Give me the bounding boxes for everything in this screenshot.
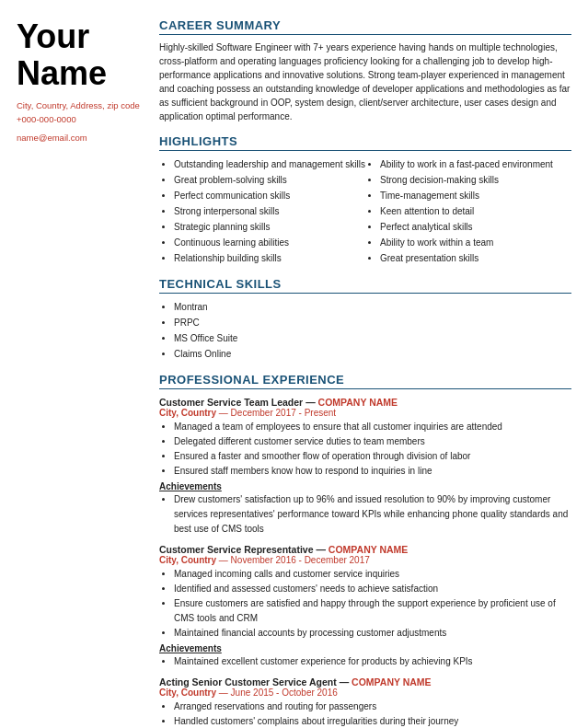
duty-item: Ensured staff members know how to respon… xyxy=(174,464,571,479)
achievements-list-container: Maintained excellent customer experience… xyxy=(159,654,571,669)
highlights-left-col: Outstanding leadership and management sk… xyxy=(159,156,365,266)
highlight-item: Relationship building skills xyxy=(174,250,365,266)
job-duties: Managed incoming calls and customer serv… xyxy=(159,567,571,641)
achievement-item: Maintained excellent customer experience… xyxy=(174,654,571,669)
achievements-label: Achievements xyxy=(159,481,571,491)
duty-item: Arranged reservations and routing for pa… xyxy=(174,699,571,714)
tech-skill-item: Claims Online xyxy=(174,346,571,362)
technical-skills-title: TECHNICAL SKILLS xyxy=(159,277,571,294)
email: name@email.com xyxy=(17,131,141,144)
highlight-item: Outstanding leadership and management sk… xyxy=(174,156,365,172)
highlights-title: HIGHLIGHTS xyxy=(159,134,571,151)
career-summary-text: Highly-skilled Software Engineer with 7+… xyxy=(159,40,571,123)
highlight-item: Keen attention to detail xyxy=(380,203,571,219)
highlight-item: Perfect communication skills xyxy=(174,188,365,203)
job-entry: Customer Service Team Leader — COMPANY N… xyxy=(159,397,571,537)
job-title: Acting Senior Customer Service Agent — C… xyxy=(159,676,571,688)
technical-skills-list: MontranPRPCMS Office SuiteClaims Online xyxy=(159,299,571,362)
highlight-item: Strong decision-making skills xyxy=(380,172,571,188)
highlight-item: Time-management skills xyxy=(380,188,571,203)
highlight-item: Ability to work within a team xyxy=(380,235,571,250)
tech-skill-item: MS Office Suite xyxy=(174,330,571,346)
job-location: City, Country — December 2017 - Present xyxy=(159,408,571,418)
tech-skill-item: Montran xyxy=(174,299,571,315)
jobs-container: Customer Service Team Leader — COMPANY N… xyxy=(159,397,571,728)
achievements-label: Achievements xyxy=(159,643,571,653)
company-name: COMPANY NAME xyxy=(352,676,432,688)
highlight-item: Great problem-solving skills xyxy=(174,172,365,188)
achievements-list-container: Drew customers' satisfaction up to 96% a… xyxy=(159,492,571,537)
technical-skills-list-container: MontranPRPCMS Office SuiteClaims Online xyxy=(159,299,571,362)
tech-skill-item: PRPC xyxy=(174,315,571,330)
address: City, Country, Address, zip code xyxy=(17,98,141,112)
contact-info: City, Country, Address, zip code +000-00… xyxy=(17,98,141,144)
highlights-left-list: Outstanding leadership and management sk… xyxy=(159,156,365,266)
duty-item: Managed a team of employees to ensure th… xyxy=(174,420,571,434)
job-title: Customer Service Representative — COMPAN… xyxy=(159,544,571,555)
career-summary-title: CAREER SUMMARY xyxy=(159,18,571,35)
duty-item: Managed incoming calls and customer serv… xyxy=(174,567,571,582)
company-name: COMPANY NAME xyxy=(329,544,409,555)
highlight-item: Strong interpersonal skills xyxy=(174,203,365,219)
phone: +000-000-0000 xyxy=(17,112,141,126)
full-name: Your Name xyxy=(17,18,141,91)
highlights-grid: Outstanding leadership and management sk… xyxy=(159,156,571,266)
highlight-item: Continuous learning abilities xyxy=(174,235,365,250)
highlight-item: Perfect analytical skills xyxy=(380,219,571,235)
job-location: City, Country — June 2015 - October 2016 xyxy=(159,688,571,698)
job-entry: Customer Service Representative — COMPAN… xyxy=(159,544,571,669)
job-title: Customer Service Team Leader — COMPANY N… xyxy=(159,397,571,408)
job-duties: Managed a team of employees to ensure th… xyxy=(159,420,571,479)
highlights-right-col: Ability to work in a fast-paced environm… xyxy=(365,156,571,266)
first-name: Your xyxy=(17,17,89,55)
duty-item: Ensure customers are satisfied and happy… xyxy=(174,596,571,626)
job-location: City, Country — November 2016 - December… xyxy=(159,555,571,565)
duty-item: Ensured a faster and smoother flow of op… xyxy=(174,449,571,464)
highlight-item: Strategic planning skills xyxy=(174,219,365,235)
job-duties: Arranged reservations and routing for pa… xyxy=(159,699,571,728)
highlights-right-list: Ability to work in a fast-paced environm… xyxy=(365,156,571,266)
duty-item: Maintained financial accounts by process… xyxy=(174,626,571,641)
last-name: Name xyxy=(17,54,107,92)
highlight-item: Ability to work in a fast-paced environm… xyxy=(380,156,571,172)
highlight-item: Great presentation skills xyxy=(380,250,571,266)
company-name: COMPANY NAME xyxy=(318,397,398,408)
duty-item: Handled customers' complains about irreg… xyxy=(174,714,571,728)
professional-experience-title: PROFESSIONAL EXPERIENCE xyxy=(159,373,571,389)
job-entry: Acting Senior Customer Service Agent — C… xyxy=(159,676,571,728)
duty-item: Identified and assessed customers' needs… xyxy=(174,582,571,596)
achievement-item: Drew customers' satisfaction up to 96% a… xyxy=(174,492,571,537)
duty-item: Delegated different customer service dut… xyxy=(174,434,571,449)
